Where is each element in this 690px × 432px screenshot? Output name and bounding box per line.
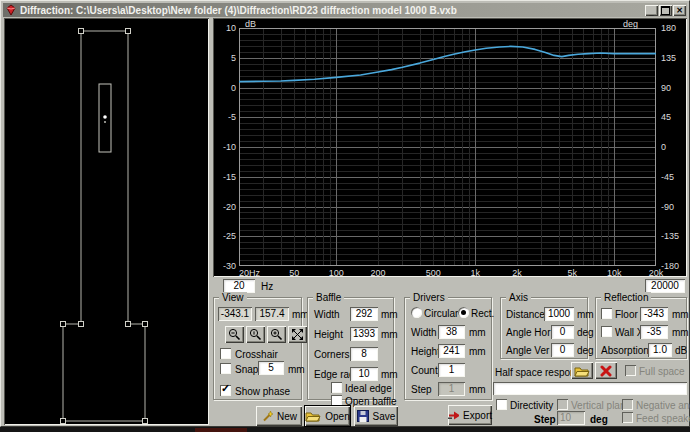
driver-width-input[interactable]: 38: [438, 325, 465, 339]
driver-width-label: Width: [411, 327, 437, 338]
zoom-out-button[interactable]: [225, 326, 244, 343]
angle-ver-unit: deg: [577, 345, 594, 356]
baffle-height-label: Height: [314, 329, 343, 340]
drivers-group: Drivers Circular Rect. Width 38 mm Heigh…: [404, 297, 492, 400]
baffle-corners-input[interactable]: 8: [350, 347, 378, 361]
x-tick-label: 2k: [502, 268, 532, 278]
view-group-label: View: [219, 292, 247, 303]
angle-hor-input[interactable]: 0: [551, 325, 574, 339]
rect-radio[interactable]: [458, 307, 469, 318]
y-right-tick-label: 45: [661, 112, 686, 122]
x-tick-label: 500: [418, 268, 448, 278]
zoom-in-button[interactable]: [267, 326, 286, 343]
y-left-tick-label: -30: [215, 261, 236, 271]
response-graph[interactable]: dB deg 1050-5-10-15-20-25-3018013590450-…: [213, 18, 687, 277]
red-x-icon: [599, 365, 613, 377]
driver-count-input[interactable]: 1: [438, 363, 465, 377]
baffle-height-unit: mm: [381, 329, 398, 340]
baffle-width-input[interactable]: 292: [350, 307, 378, 321]
corner-handle[interactable]: [79, 322, 84, 327]
crosshair-checkbox[interactable]: [220, 348, 231, 359]
driver-height-label: Height: [411, 346, 440, 357]
x-tick-label: 200: [363, 268, 393, 278]
crosshair-label: Crosshair: [235, 349, 278, 360]
corner-handle[interactable]: [61, 322, 66, 327]
app-window: Diffraction: C:\Users\a\Desktop\New fold…: [0, 0, 690, 427]
drivers-group-label: Drivers: [410, 292, 448, 303]
y-left-tick-label: -15: [215, 172, 236, 182]
baffle-edge-input[interactable]: 10: [350, 367, 378, 381]
snap-input[interactable]: 5: [258, 361, 284, 375]
baffle-drawing: [5, 19, 208, 424]
wall-x-checkbox[interactable]: [601, 326, 612, 337]
driver-height-input[interactable]: 241: [438, 344, 465, 358]
y-right-tick-label: -45: [661, 172, 686, 182]
vertical-plane-checkbox: [557, 399, 568, 410]
angle-hor-unit: deg: [577, 327, 594, 338]
baffle-canvas[interactable]: [4, 18, 209, 425]
half-space-open-button[interactable]: [571, 362, 593, 379]
freq-min-input[interactable]: 20: [223, 279, 255, 293]
y-left-tick-label: 0: [215, 83, 236, 93]
negative-angles-checkbox: [622, 399, 633, 410]
feed-speaker-checkbox: [622, 412, 633, 423]
y-right-tick-label: 180: [661, 23, 686, 33]
freq-max-input[interactable]: 20000: [645, 279, 685, 293]
radio-dot: [461, 310, 466, 315]
y-right-tick-label: 0: [661, 142, 686, 152]
baffle-group-label: Baffle: [313, 292, 344, 303]
close-button[interactable]: ✕: [673, 5, 686, 16]
driver-height-unit: mm: [469, 346, 486, 357]
corner-handle[interactable]: [126, 29, 131, 34]
axis-group: Axis Distance 1000 mm Angle Hor 0 deg An…: [500, 297, 588, 359]
half-space-clear-button[interactable]: [595, 362, 617, 379]
angle-ver-input[interactable]: 0: [551, 343, 574, 357]
cursor-y-readout: 157.4: [255, 307, 289, 321]
wall-x-unit: mm: [672, 327, 689, 338]
ideal-edge-checkbox[interactable]: [331, 382, 342, 393]
y-right-tick-label: -90: [661, 202, 686, 212]
floor-y-input[interactable]: -343: [640, 307, 668, 321]
baffle-width-label: Width: [314, 309, 340, 320]
new-button-label: New: [277, 411, 297, 422]
desktop-strip: [0, 427, 690, 432]
distance-input[interactable]: 1000: [544, 307, 574, 321]
floor-y-checkbox[interactable]: [601, 308, 612, 319]
y-left-unit: dB: [245, 19, 256, 29]
driver-center-marker: [103, 115, 107, 119]
dir-step-label: Step: [534, 414, 556, 425]
floor-y-unit: mm: [672, 309, 689, 320]
full-space-label: Full space: [639, 366, 685, 377]
corner-handle[interactable]: [126, 322, 131, 327]
zoom-100-button[interactable]: [246, 326, 265, 343]
save-button[interactable]: Save: [354, 406, 398, 426]
directivity-checkbox[interactable]: [496, 399, 507, 410]
half-space-path-input[interactable]: [493, 382, 687, 395]
circular-radio[interactable]: [411, 307, 422, 318]
freq-unit-label: Hz: [261, 281, 273, 292]
corner-handle[interactable]: [143, 322, 148, 327]
corner-handle[interactable]: [79, 29, 84, 34]
minimize-button[interactable]: _: [645, 5, 658, 16]
y-left-tick-label: -10: [215, 142, 236, 152]
maximize-button[interactable]: [659, 5, 672, 16]
corner-handle[interactable]: [61, 419, 66, 424]
driver-step-unit: mm: [469, 384, 486, 395]
dir-step-input: 10: [557, 411, 585, 425]
x-tick-label: 20k: [641, 268, 671, 278]
new-button[interactable]: New: [256, 406, 302, 426]
baffle-outline[interactable]: [63, 31, 145, 421]
zoom-fit-button[interactable]: [288, 326, 307, 343]
angle-hor-label: Angle Hor: [506, 327, 550, 338]
absorption-input[interactable]: 1.0: [648, 343, 672, 357]
baffle-height-input[interactable]: 1393: [350, 327, 378, 341]
snap-checkbox[interactable]: [220, 363, 231, 374]
corner-handle[interactable]: [143, 419, 148, 424]
title-bar[interactable]: Diffraction: C:\Users\a\Desktop\New fold…: [3, 3, 687, 17]
open-button[interactable]: Open: [304, 405, 351, 427]
y-left-tick-label: 10: [215, 23, 236, 33]
export-button[interactable]: Export: [448, 405, 492, 425]
show-phase-checkbox[interactable]: ✓: [220, 385, 231, 396]
wall-x-input[interactable]: -35: [640, 325, 668, 339]
show-phase-label: Show phase: [235, 386, 290, 397]
